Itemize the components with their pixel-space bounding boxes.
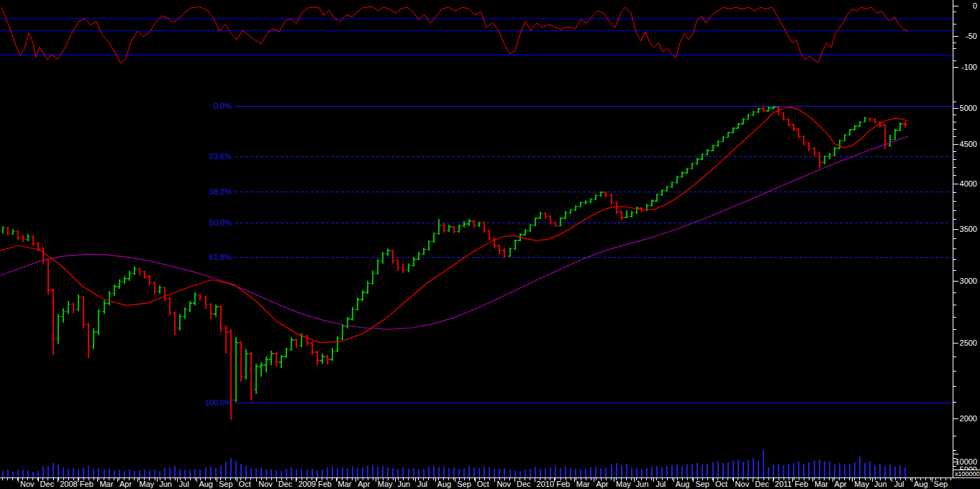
month-label: May — [616, 480, 631, 488]
fib-level-label: 38.2% — [209, 187, 232, 196]
month-label: Mar — [338, 480, 352, 488]
price-axis-label: 4500 — [960, 140, 977, 148]
month-label: 2009 — [298, 480, 315, 488]
month-label: Jun — [397, 480, 410, 488]
month-label: Jun — [159, 480, 172, 488]
volume-multiplier-badge: x100000 — [953, 470, 980, 478]
fib-level-label: 23.6% — [209, 152, 232, 161]
chart-window: 0.0%23.6%38.2%50.0%61.8%100.0%0-50-10050… — [0, 0, 980, 489]
month-label: Sep — [695, 480, 709, 488]
month-label: Apr — [835, 480, 847, 488]
fib-level-label: 0.0% — [214, 102, 232, 110]
month-label: May — [854, 480, 869, 488]
month-label: Jun — [874, 480, 887, 488]
month-label: Oct — [239, 480, 251, 488]
x-axis[interactable]: NovDec2008FebMarAprMayJunJulAugSepOctNov… — [3, 478, 951, 488]
moving-averages-layer — [0, 107, 908, 343]
month-label: Jun — [636, 480, 649, 488]
month-label: Jul — [655, 480, 666, 488]
month-label: Jul — [894, 480, 904, 488]
oscillator-axis-label: 0 — [973, 1, 977, 10]
month-label: 2011 — [775, 480, 792, 488]
month-label: Mar — [576, 480, 590, 488]
month-label: Nov — [735, 480, 750, 488]
price-axis-label: 2000 — [960, 414, 977, 423]
month-label: Sep — [934, 480, 948, 488]
month-label: Feb — [80, 480, 94, 488]
month-label: Aug — [676, 480, 690, 488]
month-label: Aug — [199, 480, 213, 488]
month-label: Sep — [219, 480, 233, 488]
oscillator-panel — [0, 6, 951, 63]
month-label: Mar — [815, 480, 828, 488]
month-label: Feb — [794, 480, 808, 488]
price-axis-label: 4000 — [960, 179, 977, 188]
fib-level-label: 100.0% — [205, 398, 232, 407]
month-label: Oct — [477, 480, 489, 488]
chart-canvas[interactable]: 0.0%23.6%38.2%50.0%61.8%100.0%0-50-10050… — [0, 0, 980, 489]
month-label: Feb — [556, 480, 570, 488]
oscillator-axis-label: -50 — [966, 32, 977, 40]
month-label: Jul — [417, 480, 427, 488]
month-label: Dec — [40, 480, 55, 488]
month-label: Nov — [496, 480, 511, 488]
month-label: Dec — [755, 480, 769, 488]
month-label: Oct — [715, 480, 727, 488]
price-axis-label: 5000 — [960, 104, 977, 112]
oscillator-axis-label: -100 — [961, 63, 977, 71]
month-label: 2008 — [60, 480, 77, 488]
month-label: Aug — [914, 480, 928, 488]
month-label: Nov — [20, 480, 35, 488]
price-axis-label: 2500 — [960, 338, 977, 347]
ohlc-bars-layer — [1, 106, 908, 420]
fib-level-label: 61.8% — [209, 253, 232, 261]
month-label: Apr — [119, 480, 132, 488]
month-label: Mar — [99, 480, 113, 488]
month-label: Apr — [596, 480, 608, 488]
fib-level-label: 50.0% — [209, 218, 232, 227]
month-label: Aug — [437, 480, 452, 488]
month-label: Jul — [179, 480, 189, 488]
month-label: Dec — [517, 480, 531, 488]
month-label: Sep — [457, 480, 471, 488]
month-label: Feb — [318, 480, 332, 488]
month-label: Dec — [278, 480, 293, 488]
fast-moving-average-line[interactable] — [0, 107, 908, 343]
month-label: May — [378, 480, 393, 488]
volume-panel — [3, 450, 906, 477]
month-label: May — [140, 480, 155, 488]
month-label: Nov — [258, 480, 273, 488]
month-label: Apr — [358, 480, 370, 488]
price-axis-label: 3000 — [960, 277, 977, 285]
month-label: 2010 — [537, 480, 554, 488]
price-axis-label: 3500 — [960, 225, 977, 233]
